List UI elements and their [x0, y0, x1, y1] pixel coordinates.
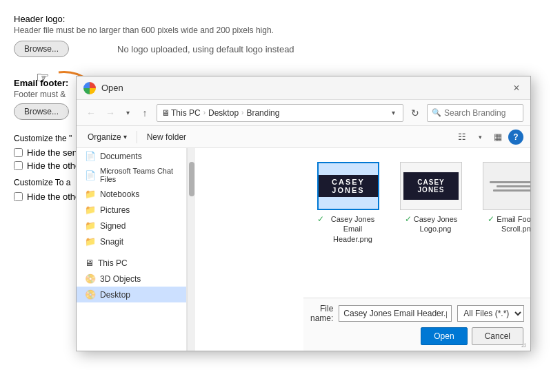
file-item-email-footer[interactable]: ✓ Email FooterScroll.png — [483, 162, 530, 234]
dialog-close-button[interactable]: × — [510, 81, 523, 95]
casey-logo-filename: Casey JonesLogo.png — [414, 214, 458, 234]
notebooks-label: Notebooks — [100, 189, 139, 199]
sidebar-item-3dobjects[interactable]: 📀 3D Objects — [77, 271, 186, 287]
search-icon: 🔍 — [432, 108, 441, 117]
refresh-button[interactable]: ↻ — [408, 105, 423, 121]
help-button[interactable]: ? — [508, 130, 523, 145]
casey-header-check-icon: ✓ — [317, 214, 324, 224]
organize-chevron: ▾ — [123, 133, 127, 141]
casey-header-name-row: ✓ Casey JonesEmail Header.png — [317, 214, 379, 244]
sidebar-item-signed[interactable]: 📁 Signed — [77, 218, 186, 234]
thispc-icon: 🖥 — [85, 258, 94, 268]
resize-grip-icon[interactable]: ⊿ — [521, 341, 529, 349]
sidebar-item-pictures[interactable]: 📁 Pictures — [77, 202, 186, 218]
breadcrumb-sep-2: › — [241, 109, 243, 116]
file-item-casey-header[interactable]: CASEY JONES ✓ Casey JonesEmail Header.pn… — [317, 162, 379, 244]
header-logo-section: Header logo: — [14, 14, 537, 24]
browse-row-1: Browse... No logo uploaded, using defaul… — [14, 41, 537, 57]
breadcrumb-chevron[interactable]: ▾ — [388, 105, 399, 121]
sidebar-item-notebooks[interactable]: 📁 Notebooks — [77, 186, 186, 202]
teams-icon: 📄 — [85, 170, 96, 180]
hide-other-label: Hide the othe — [27, 161, 80, 171]
email-footer-preview — [483, 162, 530, 210]
toolbar-right-group: ☷ ▾ ▦ ? — [454, 130, 523, 145]
casey-logo-name-row: ✓ Casey JonesLogo.png — [405, 214, 458, 234]
hide-send-label: Hide the send — [27, 147, 82, 158]
no-logo-text: No logo uploaded, using default logo ins… — [117, 44, 294, 54]
open-file-dialog: Open × ← → ▾ ↑ 🖥 This PC › Desktop › Bra… — [76, 76, 531, 351]
snagit-label: Snagit — [100, 237, 123, 247]
nav-forward-button[interactable]: → — [103, 105, 118, 121]
documents-icon: 📄 — [85, 151, 96, 161]
sidebar-item-snagit[interactable]: 📁 Snagit — [77, 234, 186, 249]
sidebar-scrollbar[interactable] — [187, 148, 195, 351]
sidebar-item-thispc[interactable]: 🖥 This PC — [77, 255, 186, 271]
sidebar-scroll-thumb — [189, 162, 194, 196]
casey-header-filename: Casey JonesEmail Header.png — [326, 214, 379, 244]
nav-back-button[interactable]: ← — [83, 105, 99, 121]
desktop-icon: 📀 — [85, 289, 96, 300]
pictures-label: Pictures — [100, 205, 130, 215]
organize-button[interactable]: Organize ▾ — [83, 131, 131, 143]
new-folder-button[interactable]: New folder — [143, 131, 190, 143]
signed-label: Signed — [100, 221, 126, 231]
folder-icon: 🖥 — [161, 108, 170, 118]
nav-up-button[interactable]: ↑ — [137, 105, 152, 121]
dialog-sidebar: 📄 Documents 📄 Microsoft Teams Chat Files… — [77, 148, 187, 351]
casey-header-preview: CASEY JONES — [317, 162, 379, 210]
3dobjects-label: 3D Objects — [100, 274, 141, 284]
chrome-icon — [83, 82, 96, 94]
3dobjects-icon: 📀 — [85, 274, 96, 284]
dialog-actions: Open Cancel — [310, 327, 523, 345]
filetype-select[interactable]: All Files (*.*) — [457, 305, 524, 322]
hide-other-checkbox[interactable] — [14, 161, 23, 170]
dialog-content: 📄 Documents 📄 Microsoft Teams Chat Files… — [77, 148, 530, 351]
sidebar-item-desktop[interactable]: 📀 Desktop — [77, 287, 186, 302]
desktop-label: Desktop — [100, 290, 130, 300]
dialog-bottom-bar: File name: All Files (*.*) Open Cancel — [303, 298, 530, 351]
hide-send-checkbox[interactable] — [14, 148, 23, 157]
toolbar-separator — [137, 131, 137, 143]
header-file-must-text: Header file must be no larger than 600 p… — [14, 25, 537, 35]
filename-row: File name: All Files (*.*) — [310, 304, 523, 323]
hide-other2-label: Hide the othe — [27, 192, 80, 202]
cancel-button[interactable]: Cancel — [472, 327, 523, 345]
browse-button-1[interactable]: Browse... — [14, 41, 69, 57]
sidebar-area: 📄 Documents 📄 Microsoft Teams Chat Files… — [77, 148, 303, 351]
filename-input[interactable] — [339, 305, 452, 322]
breadcrumb-bar[interactable]: 🖥 This PC › Desktop › Branding ▾ — [157, 104, 403, 122]
view-details-button[interactable]: ▦ — [490, 130, 505, 145]
search-input[interactable] — [444, 108, 519, 118]
breadcrumb-branding: Branding — [246, 108, 279, 118]
dialog-navbar: ← → ▾ ↑ 🖥 This PC › Desktop › Branding ▾… — [77, 100, 530, 126]
snagit-icon: 📁 — [85, 236, 96, 247]
view-list-button[interactable]: ☷ — [454, 130, 470, 145]
signed-icon: 📁 — [85, 220, 96, 231]
email-footer-filename: Email FooterScroll.png — [497, 214, 530, 234]
filename-label: File name: — [310, 304, 333, 323]
casey-logo-check-icon: ✓ — [405, 214, 412, 224]
documents-label: Documents — [100, 152, 142, 161]
file-item-casey-logo[interactable]: CASEY JONES ✓ Casey JonesLogo.png — [400, 162, 462, 234]
browse-button-2[interactable]: Browse... — [14, 103, 69, 120]
new-folder-label: New folder — [147, 132, 186, 142]
files-grid: CASEY JONES ✓ Casey JonesEmail Header.pn… — [303, 148, 530, 298]
thispc-label: This PC — [98, 258, 128, 268]
organize-label: Organize — [88, 132, 121, 142]
view-dropdown-button[interactable]: ▾ — [472, 130, 488, 145]
hide-other2-checkbox[interactable] — [14, 192, 23, 201]
teams-label: Microsoft Teams Chat Files — [100, 167, 178, 183]
dialog-titlebar: Open × — [77, 76, 530, 100]
dialog-title-left: Open — [83, 82, 123, 94]
breadcrumb-desktop: Desktop — [208, 108, 239, 118]
nav-up-chevron[interactable]: ▾ — [122, 105, 133, 121]
email-footer-check-icon: ✓ — [488, 214, 494, 224]
search-box: 🔍 — [427, 104, 523, 122]
sidebar-item-teams[interactable]: 📄 Microsoft Teams Chat Files — [77, 164, 186, 186]
casey-jones-logo-image: CASEY JONES — [403, 172, 459, 200]
open-button[interactable]: Open — [421, 327, 467, 345]
footer-line-3 — [493, 189, 530, 192]
breadcrumb-sep-1: › — [203, 109, 206, 116]
sidebar-item-documents[interactable]: 📄 Documents — [77, 148, 186, 164]
pictures-icon: 📁 — [85, 205, 96, 215]
